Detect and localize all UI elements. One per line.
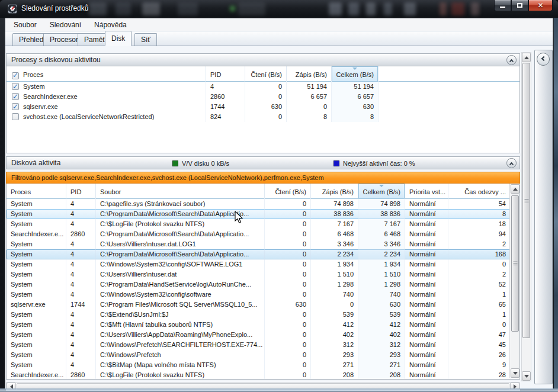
maximize-button[interactable] — [511, 0, 528, 11]
file-activity-row[interactable]: System4C:\$Mft (Hlavní tabulka souborů N… — [7, 320, 519, 330]
tab-4[interactable]: Síť — [134, 33, 157, 46]
file-activity-row[interactable]: System4C:\ProgramData\HandSetService\log… — [7, 279, 519, 290]
cell-value: 0 — [303, 351, 306, 358]
file-activity-row[interactable]: System4C:\Users\Villiers\AppData\Roaming… — [7, 330, 519, 340]
process-row[interactable]: SearchIndexer.exe286006 6576 657 — [7, 92, 519, 102]
process-checkbox[interactable] — [12, 103, 19, 110]
cell-response: 0 — [448, 259, 511, 269]
cell-file: C:\ProgramData\Microsoft\Search\Data\App… — [96, 209, 265, 219]
cell-write: 6 657 — [287, 92, 332, 102]
cell-value: 0 — [303, 331, 306, 338]
cell-write: 740 — [311, 290, 358, 300]
process-checkbox[interactable] — [12, 113, 19, 120]
column-header-response[interactable]: Čas odezvy ... — [448, 184, 511, 199]
process-row[interactable]: svchost.exe (LocalServiceNetworkRestrict… — [7, 112, 519, 122]
cell-write: 3 346 — [311, 239, 358, 249]
cell-value: 6 468 — [337, 230, 354, 237]
cell-value: 0 — [303, 321, 306, 328]
column-header-priority[interactable]: Priorita vst... — [405, 184, 448, 199]
process-checkbox[interactable] — [12, 83, 19, 90]
cell-file: C:\Users\Villiers\ntuser.dat.LOG1 — [96, 239, 265, 249]
file-activity-row[interactable]: System4C:\$LogFile (Protokol svazku NTFS… — [7, 219, 519, 229]
scroll-down-button[interactable] — [522, 371, 531, 381]
file-activity-row[interactable]: System4C:\$Extend\$UsnJrnl:$J0539539Norm… — [7, 310, 519, 320]
scroll-up-button[interactable] — [522, 53, 531, 62]
cell-value: 2 234 — [337, 250, 354, 258]
file-activity-row[interactable]: System4C:\Users\Villiers\ntuser.dat01 51… — [7, 269, 519, 279]
cell-write: 6 468 — [311, 229, 358, 239]
disk-activity-section-title: Disková aktivita — [11, 159, 60, 167]
column-header-process[interactable]: Proces — [7, 184, 66, 199]
cell-total: 293 — [358, 350, 405, 360]
cell-value: 2 — [502, 271, 506, 278]
cell-value: C:\ProgramData\HandSetService\log\AutoRu… — [100, 281, 251, 288]
processes-collapse-button[interactable] — [506, 55, 517, 65]
cell-file: C:\ProgramData\HandSetService\log\AutoRu… — [96, 279, 265, 290]
process-row[interactable]: sqlservr.exe17446300630 — [7, 102, 519, 112]
cell-value: C:\$BitMap (Mapa volného místa NTFS) — [100, 361, 216, 368]
process-row[interactable]: System4051 19451 194 — [7, 82, 519, 92]
file-activity-row[interactable]: SearchIndexer.e...2860C:\ProgramData\Mic… — [7, 229, 519, 239]
column-header-write[interactable]: Zápis (B/s) — [311, 184, 358, 199]
processes-section-header: Procesy s diskovou aktivitou — [6, 53, 520, 66]
scrollbar-thumb[interactable] — [511, 195, 519, 332]
pane-scrollbar[interactable] — [521, 52, 531, 381]
cell-value: System — [11, 331, 33, 338]
disk-activity-collapse-button[interactable] — [506, 158, 517, 168]
cell-response: 8 — [448, 209, 511, 219]
expand-charts-button[interactable] — [537, 53, 550, 66]
title-bar[interactable]: Sledování prostředků ✕ — [0, 0, 558, 18]
file-activity-row[interactable]: System4C:\$BitMap (Mapa volného místa NT… — [7, 360, 519, 370]
file-activity-row[interactable]: System4C:\Windows\System32\config\SOFTWA… — [7, 259, 519, 269]
cell-value: 4 — [70, 341, 74, 348]
file-activity-row[interactable]: System4C:\ProgramData\Microsoft\Search\D… — [7, 249, 519, 259]
file-activity-row[interactable]: System4C:\Windows\Prefetch\SEARCHFILTERH… — [7, 340, 519, 350]
cell-value: Normální — [409, 261, 436, 268]
column-header-label: PID — [210, 71, 221, 78]
file-activity-row[interactable]: System4C:\Windows\System32\config\softwa… — [7, 290, 519, 300]
column-header-pid[interactable]: PID — [66, 184, 96, 199]
column-header-process[interactable]: Proces — [7, 66, 206, 82]
file-activity-row[interactable]: System4C:\pagefile.sys (Stránkovací soub… — [7, 199, 519, 209]
cell-value: Normální — [409, 291, 436, 298]
column-header-pid[interactable]: PID — [206, 66, 245, 82]
file-activity-row[interactable]: System4C:\Windows\Prefetch0293293Normáln… — [7, 350, 519, 360]
menu-item-0[interactable]: Soubor — [9, 20, 41, 30]
minimize-button[interactable] — [494, 0, 511, 11]
column-header-total[interactable]: Celkem (B/s) — [332, 66, 379, 82]
cell-write: 402 — [311, 330, 358, 340]
scrollbar-thumb[interactable] — [522, 63, 530, 338]
cell-total: 3 346 — [358, 239, 405, 249]
column-header-read[interactable]: Čtení (B/s) — [245, 66, 287, 82]
scroll-down-button[interactable] — [511, 368, 519, 378]
file-activity-row[interactable]: System4C:\Users\Villiers\ntuser.dat.LOG1… — [7, 239, 519, 249]
select-all-checkbox[interactable] — [12, 72, 19, 79]
cell-value: 3 346 — [337, 240, 354, 248]
cell-value: C:\ProgramData\Microsoft\Search\Data\App… — [100, 250, 249, 258]
cell-value: SearchIndexer.e... — [11, 371, 63, 378]
file-activity-row[interactable]: SearchIndexer.e...2860C:\$LogFile (Proto… — [7, 370, 519, 380]
file-activity-row[interactable]: System4C:\ProgramData\Microsoft\Search\D… — [7, 209, 519, 219]
close-button[interactable]: ✕ — [528, 0, 553, 11]
titlebar-glass-reflection — [89, 2, 107, 15]
column-header-read[interactable]: Čtení (B/s) — [265, 184, 311, 199]
menu-item-2[interactable]: Nápověda — [89, 20, 132, 30]
scroll-up-button[interactable] — [511, 184, 519, 194]
cell-write: 0 — [311, 300, 358, 310]
file-activity-row[interactable]: sqlservr.exe1744C:\Program Files\Microso… — [7, 300, 519, 310]
column-header-file[interactable]: Soubor — [96, 184, 265, 199]
app-icon[interactable] — [8, 4, 17, 14]
column-header-total[interactable]: Celkem (B/s) — [358, 184, 405, 199]
titlebar-glass-reflection — [116, 2, 131, 15]
cell-value: Normální — [409, 210, 436, 217]
process-checkbox[interactable] — [12, 93, 19, 100]
menu-item-1[interactable]: Sledování — [45, 20, 86, 30]
column-header-write[interactable]: Zápis (B/s) — [287, 66, 332, 82]
cell-pid: 1744 — [66, 300, 96, 310]
cell-pid: 4 — [66, 239, 96, 249]
cell-value: C:\$LogFile (Protokol svazku NTFS) — [100, 220, 204, 227]
cell-value: Normální — [409, 301, 436, 308]
active-time-legend-swatch — [333, 160, 339, 166]
disk-table-scrollbar[interactable] — [509, 184, 519, 378]
tab-3[interactable]: Disk — [105, 31, 132, 46]
